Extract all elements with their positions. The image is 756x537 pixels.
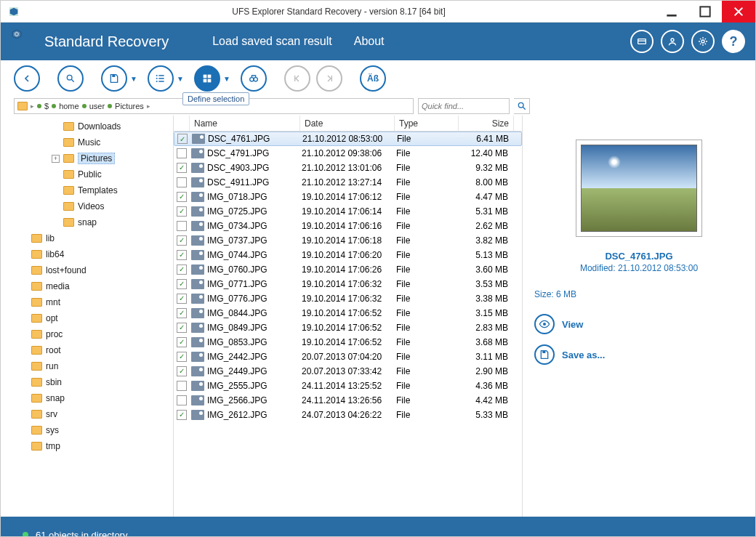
- file-row[interactable]: ✓IMG_0844.JPG19.10.2014 17:06:52File3.15…: [174, 306, 522, 320]
- tree-item-lost+found[interactable]: lost+found: [1, 262, 173, 278]
- checkbox[interactable]: ✓: [177, 265, 187, 275]
- toolbar-card-icon[interactable]: [630, 30, 654, 53]
- file-row[interactable]: ✓IMG_0853.JPG19.10.2014 17:06:52File3.68…: [174, 335, 522, 350]
- quickfind-input[interactable]: [418, 98, 510, 114]
- checkbox[interactable]: ✓: [177, 279, 187, 289]
- selection-dropdown[interactable]: ▼: [223, 75, 232, 83]
- search-button[interactable]: [57, 65, 84, 92]
- expand-icon[interactable]: +: [52, 155, 60, 163]
- checkbox[interactable]: ✓: [177, 366, 187, 376]
- checkbox[interactable]: ✓: [177, 323, 187, 333]
- toolbar-settings-icon[interactable]: [691, 30, 715, 53]
- tree-item-sys[interactable]: sys: [1, 422, 173, 438]
- tree-item-videos[interactable]: Videos: [1, 198, 173, 214]
- tree-item-snap[interactable]: snap: [1, 214, 173, 230]
- binoculars-button[interactable]: [241, 65, 267, 92]
- col-size[interactable]: Size: [459, 116, 514, 131]
- file-row[interactable]: ✓DSC_4903.JPG21.10.2012 13:01:06File9.32…: [174, 161, 522, 175]
- file-row[interactable]: ✓IMG_2442.JPG20.07.2013 07:04:20File3.11…: [174, 350, 522, 364]
- checkbox[interactable]: ✓: [177, 337, 187, 347]
- file-row[interactable]: ✓IMG_0771.JPG19.10.2014 17:06:32File3.53…: [174, 277, 522, 291]
- checkbox[interactable]: ✓: [177, 352, 187, 362]
- save-button[interactable]: [101, 65, 127, 92]
- list-dropdown[interactable]: ▼: [177, 75, 185, 83]
- checkbox[interactable]: ✓: [177, 163, 187, 173]
- checkbox[interactable]: [177, 221, 187, 231]
- list-button[interactable]: [148, 65, 174, 92]
- checkbox[interactable]: [177, 381, 187, 391]
- menu-about[interactable]: About: [354, 35, 385, 48]
- collapse-icon: [20, 379, 28, 387]
- svg-rect-0: [667, 15, 676, 17]
- tree-item-proc[interactable]: proc: [1, 326, 173, 342]
- minimize-button[interactable]: [655, 1, 688, 23]
- tree-item-run[interactable]: run: [1, 358, 173, 374]
- view-button[interactable]: View: [534, 314, 744, 334]
- prev-button[interactable]: [284, 65, 310, 92]
- toolbar-user-icon[interactable]: [661, 30, 684, 53]
- tree-item-tmp[interactable]: tmp: [1, 438, 173, 454]
- file-row[interactable]: IMG_2566.JPG24.11.2014 13:26:56File4.42 …: [174, 393, 522, 408]
- file-row[interactable]: IMG_2555.JPG24.11.2014 13:25:52File4.36 …: [174, 379, 522, 393]
- file-row[interactable]: ✓DSC_4761.JPG21.10.2012 08:53:00File6.41…: [174, 132, 522, 146]
- checkbox[interactable]: ✓: [177, 235, 187, 246]
- file-row[interactable]: ✓IMG_0737.JPG19.10.2014 17:06:18File3.82…: [174, 233, 522, 248]
- tree-item-pictures[interactable]: +Pictures: [1, 150, 173, 166]
- tree-item-music[interactable]: Music: [1, 134, 173, 150]
- checkbox[interactable]: ✓: [177, 206, 187, 217]
- checkbox[interactable]: [177, 177, 187, 187]
- file-list-body[interactable]: ✓DSC_4761.JPG21.10.2012 08:53:00File6.41…: [174, 132, 522, 517]
- toolbar-help-icon[interactable]: ?: [722, 30, 745, 53]
- quickfind-button[interactable]: [514, 98, 530, 114]
- col-date[interactable]: Date: [300, 116, 395, 131]
- checkbox[interactable]: ✓: [177, 294, 187, 304]
- back-button[interactable]: [14, 65, 40, 92]
- tree-item-lib[interactable]: lib: [1, 230, 173, 246]
- file-row[interactable]: ✓IMG_0744.JPG19.10.2014 17:06:20File5.13…: [174, 248, 522, 262]
- selection-button[interactable]: [194, 65, 220, 92]
- maximize-button[interactable]: [688, 1, 722, 23]
- checkbox[interactable]: ✓: [177, 250, 187, 260]
- tree-item-media[interactable]: media: [1, 278, 173, 294]
- collapse-icon: [20, 395, 28, 403]
- checkbox[interactable]: [177, 148, 187, 158]
- file-row[interactable]: ✓IMG_0776.JPG19.10.2014 17:06:32File3.38…: [174, 291, 522, 306]
- tree-item-public[interactable]: Public: [1, 166, 173, 182]
- menu-load-scan[interactable]: Load saved scan result: [212, 35, 332, 48]
- file-row[interactable]: ✓IMG_0725.JPG19.10.2014 17:06:14File5.31…: [174, 204, 522, 219]
- file-name: IMG_0760.JPG: [207, 265, 302, 275]
- file-row[interactable]: DSC_4791.JPG21.10.2012 09:38:06File12.40…: [174, 146, 522, 161]
- folder-tree[interactable]: DownloadsMusic+PicturesPublicTemplatesVi…: [1, 116, 174, 517]
- tree-item-mnt[interactable]: mnt: [1, 294, 173, 310]
- tree-item-root[interactable]: root: [1, 342, 173, 358]
- tree-item-srv[interactable]: srv: [1, 406, 173, 422]
- checkbox[interactable]: ✓: [177, 134, 188, 144]
- save-dropdown[interactable]: ▼: [130, 75, 139, 83]
- checkbox[interactable]: [177, 395, 187, 405]
- file-row[interactable]: ✓IMG_0718.JPG19.10.2014 17:06:12File4.47…: [174, 190, 522, 204]
- file-row[interactable]: ✓IMG_0849.JPG19.10.2014 17:06:52File2.83…: [174, 320, 522, 335]
- file-row[interactable]: ✓IMG_0760.JPG19.10.2014 17:06:26File3.60…: [174, 262, 522, 277]
- encoding-button[interactable]: Äß: [360, 65, 386, 92]
- tree-item-sbin[interactable]: sbin: [1, 374, 173, 390]
- checkbox[interactable]: ✓: [177, 192, 187, 202]
- svg-rect-4: [638, 41, 646, 41]
- checkbox[interactable]: ✓: [177, 308, 187, 318]
- file-row[interactable]: DSC_4911.JPG21.10.2012 13:27:14File8.00 …: [174, 175, 522, 190]
- checkbox[interactable]: ✓: [177, 410, 187, 420]
- next-button[interactable]: [316, 65, 342, 92]
- svg-point-5: [671, 39, 674, 41]
- file-row[interactable]: ✓IMG_2612.JPG24.07.2013 04:26:22File5.33…: [174, 408, 522, 422]
- folder-icon: [31, 426, 42, 435]
- tree-item-lib64[interactable]: lib64: [1, 246, 173, 262]
- tree-item-opt[interactable]: opt: [1, 310, 173, 326]
- saveas-button[interactable]: Save as...: [534, 344, 744, 365]
- tree-item-downloads[interactable]: Downloads: [1, 118, 173, 134]
- col-name[interactable]: Name: [190, 116, 300, 131]
- tree-item-snap[interactable]: snap: [1, 390, 173, 406]
- file-row[interactable]: ✓IMG_2449.JPG20.07.2013 07:33:42File2.90…: [174, 364, 522, 379]
- close-button[interactable]: [722, 1, 755, 23]
- file-row[interactable]: IMG_0734.JPG19.10.2014 17:06:16File2.62 …: [174, 219, 522, 233]
- col-type[interactable]: Type: [395, 116, 459, 131]
- tree-item-templates[interactable]: Templates: [1, 182, 173, 198]
